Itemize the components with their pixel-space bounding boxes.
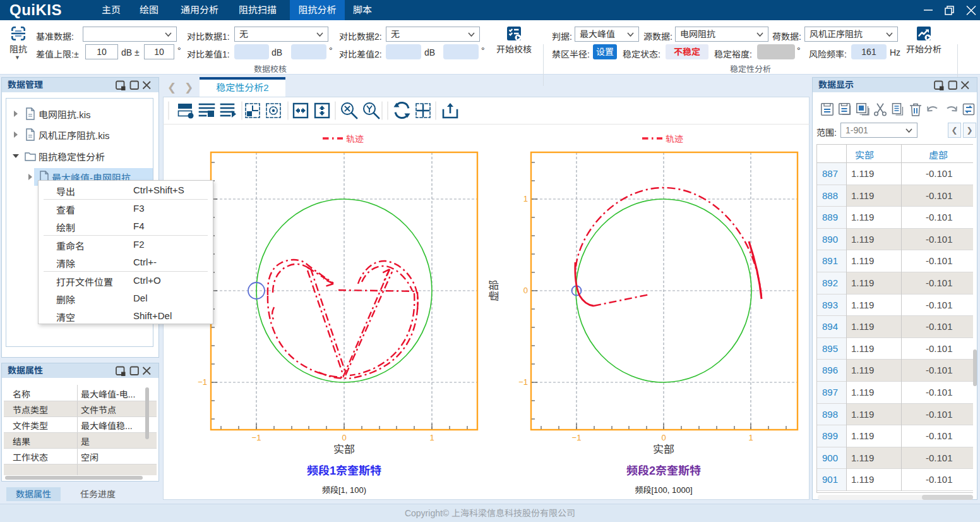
svg-text:频段2奈奎斯特: 频段2奈奎斯特	[626, 464, 701, 477]
svg-text:1: 1	[523, 194, 528, 203]
svg-text:0: 0	[342, 433, 346, 442]
svg-text:1: 1	[429, 433, 434, 442]
svg-text:轨迹: 轨迹	[666, 134, 683, 144]
svg-text:频段[1, 100): 频段[1, 100)	[322, 485, 366, 495]
svg-text:0: 0	[661, 433, 666, 442]
svg-text:−1: −1	[518, 377, 528, 387]
svg-text:频段[100, 1000]: 频段[100, 1000]	[635, 485, 692, 495]
svg-text:实部: 实部	[653, 444, 674, 456]
svg-text:−1: −1	[572, 433, 582, 442]
svg-text:轨迹: 轨迹	[346, 134, 364, 144]
svg-text:−1: −1	[198, 377, 207, 387]
svg-text:−1: −1	[252, 433, 261, 442]
svg-text:频段1奈奎斯特: 频段1奈奎斯特	[307, 464, 381, 477]
svg-text:1: 1	[748, 433, 753, 442]
svg-text:实部: 实部	[333, 444, 355, 456]
svg-text:0: 0	[523, 286, 528, 295]
svg-text:虚部: 虚部	[488, 280, 500, 301]
